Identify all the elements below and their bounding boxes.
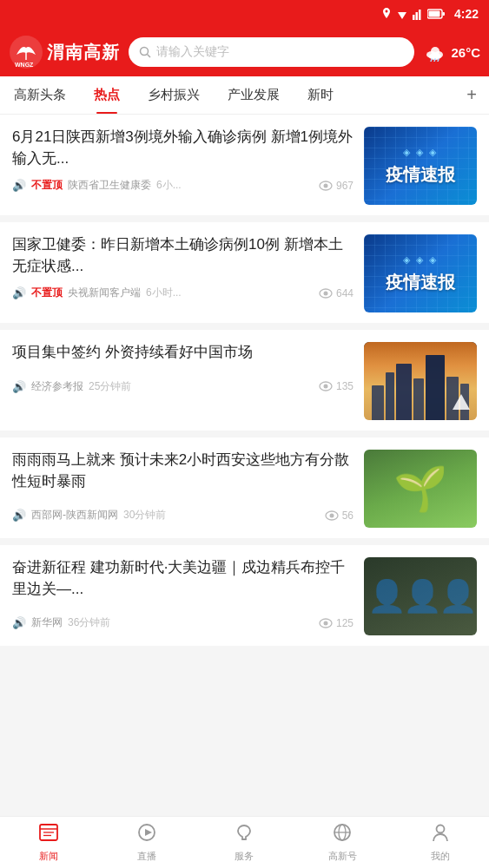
- tab-hotspot[interactable]: 热点: [80, 76, 134, 114]
- hightech-nav-icon: [332, 823, 353, 847]
- news-thumb-2: ◈ ◈ ◈ 疫情速报: [364, 234, 477, 312]
- arrow-icon-3: [453, 394, 470, 410]
- status-icons: 4:22: [381, 7, 479, 21]
- nav-label-news: 新闻: [39, 850, 58, 863]
- weather-icon: [423, 43, 447, 62]
- news-nav-icon: [38, 823, 59, 847]
- news-meta-2: 🔊 不置顶 央视新闻客户端 6小时... 644: [12, 286, 354, 300]
- tab-add-button[interactable]: +: [454, 85, 489, 105]
- source-1: 陕西省卫生健康委: [68, 178, 151, 193]
- service-nav-icon: [234, 823, 254, 847]
- nav-label-profile: 我的: [431, 850, 450, 863]
- live-nav-icon: [136, 823, 157, 847]
- nav-label-service: 服务: [235, 850, 254, 863]
- time-5: 36分钟前: [68, 615, 110, 630]
- news-list: 6月21日陕西新增3例境外输入确诊病例 新增1例境外输入无... 🔊 不置顶 陕…: [0, 115, 489, 712]
- news-meta-5: 🔊 新华网 36分钟前 125: [12, 615, 354, 630]
- news-thumb-5: 👤👤👤: [364, 557, 477, 635]
- svg-marker-33: [145, 829, 152, 836]
- news-title-2: 国家卫健委：昨日新增本土确诊病例10例 新增本土无症状感...: [12, 234, 354, 277]
- news-item-1[interactable]: 6月21日陕西新增3例境外输入确诊病例 新增1例境外输入无... 🔊 不置顶 陕…: [0, 115, 489, 215]
- news-content-1: 6月21日陕西新增3例境外输入确诊病例 新增1例境外输入无... 🔊 不置顶 陕…: [12, 127, 354, 193]
- meta-right-4: 56: [325, 510, 354, 522]
- news-content-4: 雨雨雨马上就来 预计未来2小时西安这些地方有分散性短时暴雨 🔊 西部网-陕西新闻…: [12, 450, 354, 523]
- svg-point-9: [141, 48, 149, 56]
- news-item-3[interactable]: 项目集中签约 外资持续看好中国市场 🔊 经济参考报 25分钟前 135: [0, 330, 489, 431]
- status-bar: 4:22: [0, 0, 489, 28]
- svg-line-15: [431, 59, 432, 62]
- meta-right-5: 125: [319, 617, 354, 629]
- header: WNGZ 渭南高新 请输入关键字 26°C: [0, 28, 489, 76]
- epidemic-label-2: 疫情速报: [386, 271, 455, 293]
- svg-rect-6: [428, 11, 439, 17]
- tab-gaoxin-toutiao[interactable]: 高新头条: [0, 76, 80, 114]
- speaker-icon-1: 🔊: [12, 179, 26, 192]
- svg-rect-1: [413, 15, 415, 20]
- bottom-nav: 新闻 直播 服务 高新号: [0, 816, 489, 868]
- news-meta-4: 🔊 西部网-陕西新闻网 30分钟前 56: [12, 508, 354, 523]
- bottom-nav-profile[interactable]: 我的: [391, 817, 489, 868]
- svg-point-25: [329, 513, 334, 517]
- news-item-4[interactable]: 雨雨雨马上就来 预计未来2小时西安这些地方有分散性短时暴雨 🔊 西部网-陕西新闻…: [0, 437, 489, 538]
- svg-marker-0: [398, 12, 406, 19]
- logo-text: 渭南高新: [47, 41, 120, 64]
- news-thumb-1: ◈ ◈ ◈ 疫情速报: [364, 127, 477, 205]
- bottom-nav-news[interactable]: 新闻: [0, 817, 98, 868]
- svg-text:WNGZ: WNGZ: [15, 62, 34, 68]
- battery-icon: [427, 9, 445, 19]
- svg-point-21: [323, 291, 327, 295]
- meta-right-2: 644: [319, 287, 354, 299]
- svg-point-38: [436, 825, 444, 832]
- bottom-nav-live[interactable]: 直播: [98, 817, 196, 868]
- status-time: 4:22: [454, 7, 479, 21]
- weather-area: 26°C: [423, 43, 480, 62]
- news-item-2[interactable]: 国家卫健委：昨日新增本土确诊病例10例 新增本土无症状感... 🔊 不置顶 央视…: [0, 222, 489, 323]
- news-content-2: 国家卫健委：昨日新增本土确诊病例10例 新增本土无症状感... 🔊 不置顶 央视…: [12, 234, 354, 300]
- plant-icon-4: 🌱: [393, 467, 447, 510]
- news-meta-1: 🔊 不置顶 陕西省卫生健康委 6小... 967: [12, 178, 354, 193]
- speaker-icon-3: 🔊: [12, 380, 26, 393]
- logo-icon: WNGZ: [9, 35, 43, 69]
- search-placeholder: 请输入关键字: [156, 44, 229, 60]
- location-icon: [381, 8, 392, 20]
- nav-label-hightech: 高新号: [328, 850, 357, 863]
- military-icon-5: 👤👤👤: [367, 578, 474, 615]
- search-icon: [139, 46, 151, 58]
- eye-icon-5: [319, 618, 333, 628]
- svg-rect-2: [415, 12, 418, 20]
- news-content-5: 奋进新征程 建功新时代·大美边疆｜戍边精兵布控千里边关—... 🔊 新华网 36…: [12, 557, 354, 630]
- svg-line-17: [438, 59, 439, 62]
- tab-newera[interactable]: 新时: [294, 76, 347, 114]
- news-item-5[interactable]: 奋进新征程 建功新时代·大美边疆｜戍边精兵布控千里边关—... 🔊 新华网 36…: [0, 545, 489, 646]
- time-2: 6小时...: [146, 286, 182, 300]
- source-4: 西部网-陕西新闻网: [31, 508, 118, 523]
- news-title-1: 6月21日陕西新增3例境外输入确诊病例 新增1例境外输入无...: [12, 127, 354, 169]
- eye-icon-4: [325, 510, 339, 521]
- bottom-nav-hightech[interactable]: 高新号: [294, 817, 392, 868]
- logo-area[interactable]: WNGZ 渭南高新: [9, 35, 120, 69]
- time-1: 6小...: [156, 178, 182, 193]
- meta-right-1: 967: [319, 180, 354, 192]
- news-title-4: 雨雨雨马上就来 预计未来2小时西安这些地方有分散性短时暴雨: [12, 450, 354, 492]
- speaker-icon-4: 🔊: [12, 509, 26, 522]
- time-3: 25分钟前: [89, 379, 131, 394]
- news-meta-3: 🔊 经济参考报 25分钟前 135: [12, 379, 354, 394]
- svg-point-23: [323, 385, 327, 389]
- svg-point-19: [323, 183, 327, 187]
- source-3: 经济参考报: [31, 379, 83, 394]
- news-content-3: 项目集中签约 外资持续看好中国市场 🔊 经济参考报 25分钟前 135: [12, 342, 354, 394]
- tab-industry[interactable]: 产业发展: [214, 76, 294, 114]
- svg-line-10: [148, 55, 151, 58]
- search-bar[interactable]: 请输入关键字: [129, 37, 414, 67]
- bottom-nav-service[interactable]: 服务: [195, 817, 294, 868]
- eye-icon-3: [319, 381, 333, 391]
- tab-rural[interactable]: 乡村振兴: [134, 76, 214, 114]
- time-4: 30分钟前: [123, 508, 166, 523]
- eye-icon-2: [319, 288, 333, 299]
- news-thumb-4: 🌱: [364, 450, 477, 528]
- temperature: 26°C: [451, 45, 480, 60]
- nav-label-live: 直播: [137, 850, 156, 863]
- speaker-icon-5: 🔊: [12, 616, 26, 629]
- epidemic-label-1: 疫情速报: [386, 163, 455, 186]
- news-title-5: 奋进新征程 建功新时代·大美边疆｜戍边精兵布控千里边关—...: [12, 557, 354, 600]
